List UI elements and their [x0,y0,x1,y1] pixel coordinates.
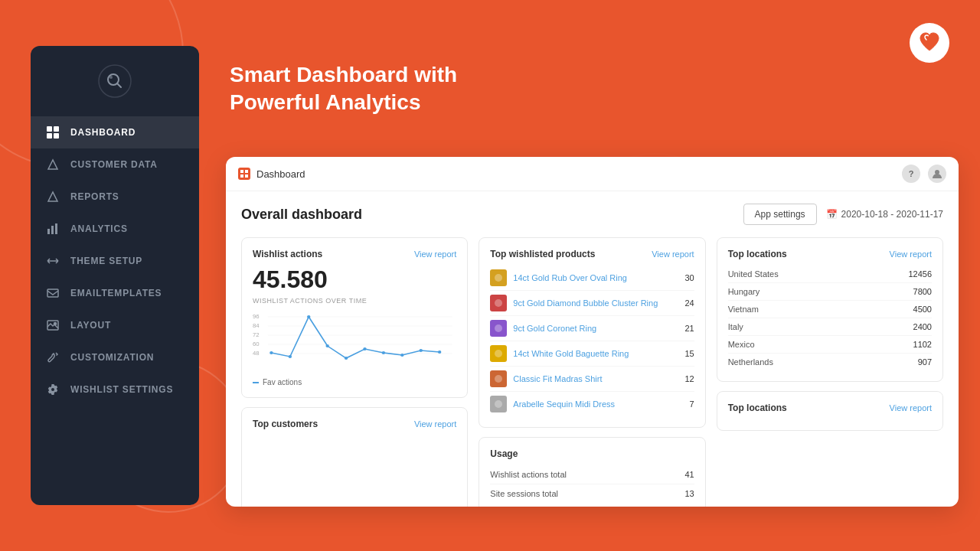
wishlist-actions-header: Wishlist actions View report [253,249,456,259]
top-locations2-panel: Top locations View report [717,391,943,431]
sidebar-item-dashboard[interactable]: DASHBOARD [31,116,199,148]
svg-rect-20 [240,174,243,178]
svg-rect-19 [245,170,248,173]
svg-line-3 [117,83,121,87]
top-locations-panel: Top locations View report United States … [717,237,943,382]
location-value: 7800 [913,287,932,296]
usage-label: Site sessions total [490,489,558,498]
calendar-icon: 📅 [826,209,838,220]
app-settings-button[interactable]: App settings [743,204,817,225]
usage-row: Site sessions total 13 [490,484,694,503]
wishlist-actions-panel: Wishlist actions View report 45.580 WISH… [241,237,468,398]
svg-rect-13 [51,226,54,234]
svg-rect-8 [54,133,59,139]
svg-rect-15 [47,289,58,297]
image-icon [46,318,60,332]
product-image [490,345,507,362]
top-customers-view-report[interactable]: View report [414,419,456,429]
svg-text:48: 48 [253,350,260,357]
svg-point-39 [382,351,385,354]
product-image [490,295,507,311]
usage-value: 41 [684,470,694,479]
product-name[interactable]: Classic Fit Madras Shirt [513,374,678,383]
svg-rect-21 [245,174,248,178]
location-name: Vietnam [728,305,759,314]
product-row: 9ct Gold Diamond Bubble Cluster Ring 24 [490,291,694,316]
header-text: Smart Dashboard with Powerful Analytics [230,61,457,117]
location-row: Vietnam 4500 [728,301,932,318]
location-value: 1102 [913,340,932,349]
svg-marker-11 [48,192,57,201]
top-wishlisted-view-report[interactable]: View report [652,249,694,259]
sidebar-item-layout[interactable]: LAYOUT [31,309,199,341]
product-image [490,396,507,412]
location-row: Netherlands 907 [728,354,932,370]
location-name: Hungary [728,287,760,296]
product-name[interactable]: 14ct Gold Rub Over Oval Ring [513,273,678,282]
bar-chart-icon [46,222,60,236]
usage-label: Wishlist actions total [490,470,567,479]
help-button[interactable]: ? [902,165,920,183]
sidebar-item-wishlist-settings[interactable]: WISHLIST SETTINGS [31,373,199,406]
sidebar-item-customer-data[interactable]: CUSTOMER DATA [31,148,199,181]
product-count: 30 [684,273,694,282]
legend-dot [253,382,259,383]
location-list: United States 12456 Hungary 7800 Vietnam… [728,266,932,370]
sidebar-item-reports[interactable]: REPORTS [31,181,199,213]
product-count: 12 [684,374,694,383]
product-image [490,269,507,286]
location-name: Mexico [728,340,755,349]
col-2: Top wishlisted products View report 14ct… [479,237,705,507]
card-title: Dashboard [256,168,896,180]
user-avatar[interactable] [928,165,946,183]
location-row: Italy 2400 [728,318,932,336]
product-name[interactable]: 14ct White Gold Baguette Ring [513,349,678,358]
svg-rect-18 [240,170,243,173]
sidebar-item-label: THEME SETUP [70,256,142,266]
wishlist-view-report[interactable]: View report [414,249,456,259]
svg-text:60: 60 [253,341,260,347]
product-count: 21 [684,324,694,333]
product-name[interactable]: Arabelle Sequin Midi Dress [513,399,683,409]
chart-label: WISHLIST ACTIONS OVER TIME [253,297,456,305]
location-value: 907 [918,357,932,367]
svg-point-1 [99,65,131,97]
wrench-icon [46,350,60,364]
product-row: Arabelle Sequin Midi Dress 7 [490,392,694,416]
dashboard-inner: Overall dashboard App settings 📅 2020-10… [226,191,959,507]
top-locations2-view-report[interactable]: View report [890,403,932,412]
product-row: 14ct White Gold Baguette Ring 15 [490,341,694,367]
product-name[interactable]: 9ct Gold Diamond Bubble Cluster Ring [513,298,678,308]
sidebar-item-analytics[interactable]: ANALYTICS [31,213,199,245]
location-name: United States [728,269,779,279]
sidebar-item-customization[interactable]: CUSTOMIZATION [31,341,199,373]
sidebar-item-email-templates[interactable]: EMAILTEMPLATES [31,277,199,309]
chart-legend: Fav actions [253,378,456,386]
svg-rect-6 [54,126,59,132]
col-1: Wishlist actions View report 45.580 WISH… [241,237,468,507]
sidebar-item-theme-setup[interactable]: THEME SETUP [31,245,199,277]
location-value: 2400 [913,322,932,331]
svg-text:72: 72 [253,331,260,338]
sidebar-search-area [31,64,199,98]
usage-title: Usage [490,448,518,459]
svg-point-40 [400,354,403,357]
top-locations2-header: Top locations View report [728,403,932,413]
product-row: 14ct Gold Rub Over Oval Ring 30 [490,266,694,291]
grid-icon [46,126,60,139]
svg-text:84: 84 [253,322,260,329]
sidebar-item-label: LAYOUT [70,320,111,331]
location-name: Netherlands [728,357,773,367]
svg-point-34 [289,355,292,358]
top-locations2-title: Top locations [728,403,787,413]
dashboard-columns: Wishlist actions View report 45.580 WISH… [241,237,943,482]
svg-point-33 [270,351,273,354]
top-locations-view-report[interactable]: View report [890,249,932,259]
overall-title: Overall dashboard [241,207,362,223]
svg-point-36 [325,344,328,347]
top-locations-title: Top locations [728,249,787,259]
product-name[interactable]: 9ct Gold Coronet Ring [513,324,678,333]
location-row: United States 12456 [728,266,932,283]
svg-point-45 [495,324,502,332]
svg-point-46 [495,350,502,357]
